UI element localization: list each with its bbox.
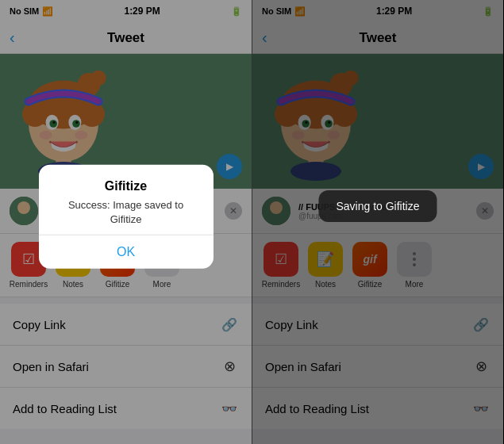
left-phone-panel: No SIM 📶 1:29 PM 🔋 ‹ Tweet (0, 0, 252, 444)
alert-ok-button-left[interactable]: OK (39, 235, 214, 269)
alert-message-left: Success: Image saved to Gifitize (52, 198, 201, 227)
alert-body-left: Gifitize Success: Image saved to Gifitiz… (39, 165, 214, 235)
dark-overlay-right (252, 0, 503, 444)
saving-toast-message-right: Saving to Gifitize (336, 200, 419, 212)
alert-title-left: Gifitize (52, 179, 201, 193)
alert-dialog-left: Gifitize Success: Image saved to Gifitiz… (39, 165, 214, 269)
saving-toast-right: Saving to Gifitize (318, 190, 437, 222)
right-phone-panel: No SIM 📶 1:29 PM 🔋 ‹ Tweet (252, 0, 503, 444)
